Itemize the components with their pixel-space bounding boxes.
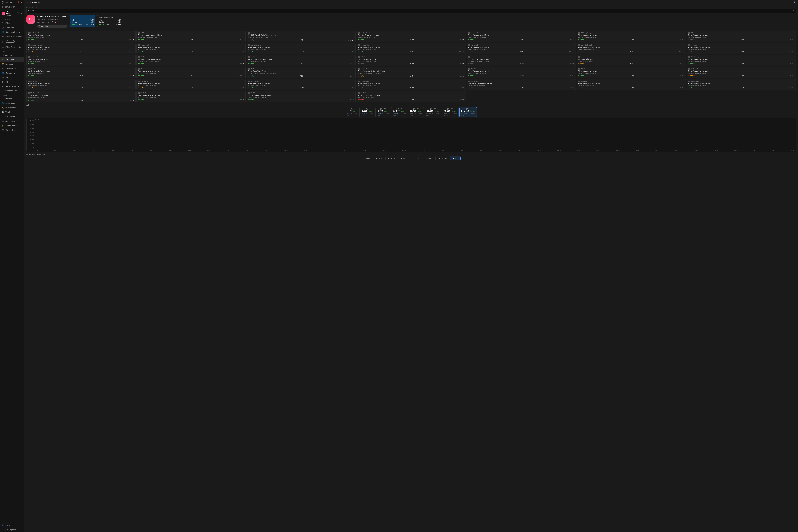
country-card-hu[interactable]: HU: Hungary Player for Apple Music: Meow… [687,55,796,66]
country-card-au[interactable]: AU: Australia Player for Apple Music: Me… [357,43,466,54]
link-icon[interactable]: 🔗 [51,21,53,23]
sidebar-item-editor[interactable]: ✎Editor [0,21,24,25]
top-tab-total[interactable]: ▮Total 101,428 +41,133 ↑ 115,49584,625 5… [459,107,476,117]
sidebar-item-profile[interactable]: 👤Profile [0,523,24,528]
chart[interactable]: 140,000120,000100,00080,00060,00040,0002… [26,118,796,152]
country-card-tr[interactable]: TR: Turkey Player for Apple Music: Meows… [137,91,246,102]
country-card-ca[interactable]: CA: Canada Player for Apple Music:Meows … [26,55,135,66]
sidebar-item-access-rights[interactable]: 🔒Access Rights [0,123,24,128]
country-card-cn[interactable]: CN: China 播放器音乐 AppleMusic,iTunes: Meows… [247,31,356,42]
top-tab-top-1[interactable]: ▮Top 1 447 +172 ↑ 645445 150 [346,107,359,117]
country-card-hk[interactable]: HK: Hong Kong Player for Apple Music: Me… [577,31,686,42]
top-tab-top-5[interactable]: ▮Top 5 2,009 +718 ↑ 2,0671,676 1,103 [359,107,375,117]
country-card-vn[interactable]: VN: Vietnam Trình phát nhạc Apple: Meows… [357,91,466,102]
country-card-ca[interactable]: CA: Canada Player for Apple Music:Meows … [467,31,576,42]
country-card-it[interactable]: IT: Italy Player for Apple Music: Meows … [137,67,246,78]
country-card-my[interactable]: MY: Malaysia Player for Apple Music: Meo… [467,67,576,78]
bookmark-icon[interactable]: 🔖 [54,21,56,23]
sidebar-item-competitors[interactable]: 👥Competitors [0,71,24,75]
bottom-tab-top-20[interactable]: ▮Top 20 [398,156,410,160]
country-card-th[interactable]: TH: Thailand เพลงจาก Apple Music: Meows … [26,91,135,102]
top-tab-top-10[interactable]: ▮Top 10 4,439 +2,318 ↑ 4,5603,400 2,054 [375,107,391,117]
top-tab-top-100[interactable]: ▮Top 100 49,505 +21,332 ↑ 57,13540,039 2… [442,107,458,117]
country-card-sa[interactable]: SA: Saudi Arabia Play Spotify Music by M… [357,31,466,42]
sidebar-item-screenshots[interactable]: ▦Screenshots [0,119,24,123]
sidebar-item-keywords[interactable]: 🔑Keywords [0,62,24,66]
sidebar-item-subscriptions[interactable]: ▭Subscriptions [0,528,24,532]
country-card-ca[interactable]: CA: Canada Player for Apple Music:Meows … [467,43,576,54]
country-card-pt[interactable]: PT: Portugal Player for Apple Music: Meo… [137,79,246,90]
country-card-br[interactable]: BR: Brazil Player for Apple Music: Meows… [26,79,135,90]
sidebar-item-editor-screenshots[interactable]: ▦Editor: Screenshots [0,45,24,49]
sidebar-item-reviews[interactable]: ★Reviews [0,96,24,101]
summary-all[interactable]: All Title:16/39 Subtitle:20/39 ★★★★☆4.41… [70,15,95,27]
sidebar-item-spy[interactable]: 👁Spy [0,75,24,80]
top-tab-top-20[interactable]: ▮Top 20 10,960 +4,325 ↑ 11,4619,288 6,06… [391,107,407,117]
pin-icon[interactable]: 📌 [17,1,19,3]
bottom-tab-top-100[interactable]: ▮Top 100 [436,156,449,160]
sidebar-item-editor-subscriptions[interactable]: ▭Editor: Subscriptions [0,34,24,39]
country-card-no[interactable]: NO: Norway Player for Apple Music: Meows… [577,67,686,78]
gear-icon[interactable]: ⚙ [794,153,796,155]
copy-icon[interactable]: ⧉ [47,21,50,23]
country-card-dk[interactable]: DK: Denmark Player for Apple Music: Meow… [137,43,246,54]
search-icon[interactable]: 🔍 [794,1,796,4]
country-card-fr[interactable]: FR: France Joueur pour Apple Music:Meows… [137,55,246,66]
country-card-id[interactable]: ID: Indonesia Musik dari Apple Music: Me… [26,67,135,78]
chevron-up-icon[interactable]: ⌃ [21,51,23,52]
sidebar-item-top-by-keyword[interactable]: ▮Top: By Keyword [0,84,24,89]
sidebar-item-aso-check[interactable]: ✓ASO check [0,57,24,62]
country-card-nl[interactable]: NL: Netherlands Player for Apple Music: … [247,43,356,54]
bottom-tab-total[interactable]: ▮Total [450,156,460,160]
top-tab-top-30[interactable]: ▮Top 30 11,405 +4,516 ↑ 12,1389,948 6,77… [408,107,424,117]
country-card-es[interactable]: ES: Spain Player for Apple Music: Meows … [577,79,686,90]
country-card-sk[interactable]: SK: Slovakia Player for Apple Music: Meo… [357,79,466,90]
sidebar-item-timeline[interactable]: 🕐Timeline [0,110,24,114]
bottom-tab-top-50[interactable]: ▮Top 50 [424,156,436,160]
version-history-button[interactable]: Version History [37,24,68,27]
country-card-de[interactable]: DE: Germany Musica from Apple Music: Meo… [247,55,356,66]
bottom-tab-top-10[interactable]: ▮Top 10 [385,156,397,160]
sidebar-item-top[interactable]: ▮Top [0,80,24,84]
country-card-se[interactable]: SE: Sweden Player for Apple Music: Meows… [687,79,796,90]
top-tab-top-50[interactable]: ▮Top 50 22,663 +7,752 ↑ 25,74219,727 14,… [425,107,441,117]
bottom-tab-top-30[interactable]: ▮Top 30 [411,156,423,160]
country-card-fi[interactable]: FI: Finland Player for Apple Music: Meow… [687,43,796,54]
country-card-ua[interactable]: UA: Ukraine Плеєр для Apple Музика: Meow… [247,91,356,102]
chevron-up-icon[interactable]: ⌃ [21,94,23,96]
sidebar-item-cross-localization[interactable]: 🌐Cross Localization [0,30,24,34]
mail-icon[interactable]: ✉ [20,1,22,3]
chevron-right-icon[interactable]: › [20,12,22,14]
bottom-tab-top-5[interactable]: ▮Top 5 [374,156,384,160]
country-card-us[interactable]: US: United States Player for Apple Music… [26,31,135,42]
chevron-up-icon[interactable]: ⌃ [21,19,23,20]
sidebar-item-bulk-editor[interactable]: ▤Bulk Editor [0,25,24,30]
country-card-ru[interactable]: RU: Russia Плеер для Apple Музыка: Meows… [137,31,246,42]
back-icon[interactable]: ‹ [26,1,29,4]
country-card-mx[interactable]: MX: Mexico Jugador para Apple Music:Meow… [467,79,576,90]
sidebar-item-beta-testers[interactable]: ⚗Beta Testers [0,114,24,119]
country-card-in[interactable]: IN: India एप्पल म्यूजिक के लिए प्लेयर Sp… [577,55,686,66]
bottom-tab-top-1[interactable]: ▮Top 1 [362,156,373,160]
clear-icon[interactable]: ✕ [793,10,794,12]
country-card-gb[interactable]: GB: United Kingdom Player for Apple Musi… [577,43,686,54]
phone-icon[interactable]: 📱 [17,12,19,14]
sidebar-item-measurements[interactable]: 📏Measurements [0,106,24,110]
country-card-cz[interactable]: CZ: Czech Republic Player for Apple Musi… [26,43,135,54]
country-card-kr[interactable]: KR: South Korea Apple Music 음악용 플레이어: Me… [357,67,466,78]
chevron-right-icon[interactable]: › [20,6,22,8]
country-card-gr[interactable]: GR: Greece Player for Apple Music: Meows… [357,55,466,66]
sidebar-item-keywords-list[interactable]: ≡Keywords List [0,66,24,71]
country-card-pl[interactable]: PL: Poland Player for Apple Music: Meows… [687,67,796,78]
collapse-icon[interactable]: ⇤ [17,6,20,8]
country-card-jp[interactable]: JP: Japan Apple Music,iTunes用プレーヤー！ ニャー … [247,67,356,78]
sidebar-item-localization[interactable]: 🌐Localization [0,101,24,106]
sidebar-app-name[interactable]: Player for Apple Music [6,11,16,16]
app-link-input[interactable]: 1447818958 ✕ [26,8,796,13]
sidebar-item-store-redirect[interactable]: 🔗Store redirect [0,128,24,132]
sidebar-item-app-info[interactable]: ⓘApp Info [0,53,24,57]
summary-us[interactable]: US: United States Title:8/10 Subtitle:9/… [97,15,122,27]
sidebar-item-category-ranking[interactable]: ≚Category Ranking [0,89,24,93]
country-card-il[interactable]: IL: Israel נגן עבור Apple Music: Meows ה… [467,55,576,66]
country-card-ro[interactable]: RO: Romania Player for Apple Music: Meow… [247,79,356,90]
